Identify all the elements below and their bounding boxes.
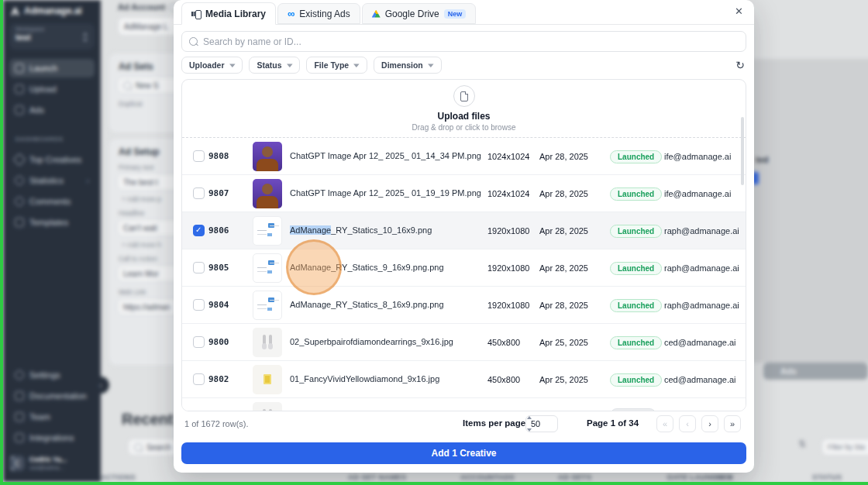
filter-by-status-dropdown[interactable]: Filter by Sta [822, 439, 868, 456]
user-menu[interactable]: C Cedric Ya... ced@adma... [9, 456, 95, 471]
first-page-button[interactable]: « [656, 415, 673, 432]
table-row[interactable]: 9804 AdManage_RY_Statics_8_16x9.png.png … [182, 287, 746, 324]
row-checkbox[interactable] [193, 262, 205, 273]
sidebar-collapse-button[interactable]: ‹ [92, 377, 109, 394]
media-library-icon [191, 9, 201, 19]
filter-dropdown[interactable]: Uploader ▼ [181, 57, 243, 74]
sidebar-item[interactable]: Statistics › [9, 171, 95, 190]
workspace-chevrons-icon [82, 33, 88, 42]
sidebar-item[interactable]: Team [9, 408, 95, 426]
sidebar-footer-nav: Settings Documentation Team I [9, 366, 95, 449]
row-id: 9805 [208, 263, 253, 273]
file-dimension: 1920x1080 [487, 226, 539, 236]
filter-dropdown[interactable]: Status ▼ [249, 57, 300, 74]
column-header: ACTIONS [101, 473, 136, 481]
row-checkbox[interactable] [193, 411, 205, 411]
row-checkbox[interactable] [193, 373, 205, 385]
items-per-page-select[interactable]: 50 [525, 415, 558, 432]
file-user: ife@admanage.ai [664, 152, 746, 161]
sidebar-item[interactable]: Templates [9, 213, 95, 232]
tab-media-library[interactable]: Media Library [181, 2, 276, 25]
filter-dropdown[interactable]: Dimension ▼ [374, 57, 442, 74]
file-date: Apr 28, 2025 [539, 301, 610, 310]
file-date: Apr 28, 2025 [539, 189, 610, 198]
sidebar-dashboards: Top Creatives Statistics › Comments [9, 150, 95, 234]
sidebar-item[interactable]: Top Creatives [9, 150, 95, 169]
file-dimension: 1024x1024 [487, 152, 539, 161]
file-date: Apr 28, 2025 [539, 226, 610, 236]
table-row[interactable]: 9807 ChatGPT Image Apr 12_ 2025_ 01_19_1… [182, 175, 746, 212]
media-library-modal: Media Library ∞ Existing Ads Google Driv… [174, 0, 754, 473]
sidebar-item[interactable]: Comments [9, 192, 95, 211]
tab-google-drive[interactable]: Google Drive New [362, 3, 477, 24]
scrollbar[interactable] [741, 117, 744, 185]
launch-ads-button[interactable]: Ads [763, 363, 868, 380]
doc-icon [15, 391, 24, 401]
column-header: ACCOUNT [460, 473, 499, 481]
row-checkbox[interactable] [193, 336, 205, 348]
row-id: 9807 [208, 188, 253, 198]
row-thumbnail [253, 253, 282, 283]
refresh-icon[interactable]: ↻ [735, 57, 745, 74]
search-icon [123, 81, 132, 90]
chevron-down-icon: ▼ [284, 62, 294, 69]
row-checkbox[interactable] [193, 150, 205, 162]
team-icon [15, 412, 24, 421]
row-checkbox[interactable] [193, 299, 205, 311]
sidebar-item[interactable]: Settings [9, 366, 95, 384]
close-icon[interactable]: ✕ [735, 5, 743, 17]
sidebar-item[interactable]: Launch [9, 59, 95, 77]
file-user: ced@admanage.ai [664, 375, 746, 384]
row-thumbnail [253, 402, 282, 412]
rows-info: 1 of 1672 row(s). [184, 419, 249, 428]
media-search[interactable] [181, 31, 746, 52]
app-logo: Admanage.ai [11, 5, 82, 16]
table-row[interactable]: 9806 AdManage_RY_Statics_10_16x9.png 192… [182, 212, 746, 249]
column-header: ADS [498, 473, 515, 481]
filter-dropdown[interactable]: File Type ▼ [306, 57, 367, 74]
search-input[interactable] [202, 36, 739, 48]
media-rows: 9808 ChatGPT Image Apr 12_ 2025_ 01_14_3… [182, 138, 746, 411]
file-user: raph@admanage.ai [664, 263, 746, 273]
last-page-button[interactable]: » [724, 415, 741, 432]
ad-account-label: Ad Account [118, 2, 165, 12]
row-id: 9808 [208, 151, 253, 161]
sidebar-section-label: DASHBOARDS [16, 136, 64, 143]
table-row[interactable]: 9805 AdManage_RY_Statics_9_16x9.png.png … [182, 249, 746, 287]
tab-existing-ads[interactable]: ∞ Existing Ads [277, 3, 360, 24]
screen-border-left [0, 0, 3, 485]
next-page-button[interactable]: › [701, 415, 718, 432]
add-creative-button[interactable]: Add 1 Creative [181, 442, 746, 464]
file-user: raph@admanage.ai [664, 226, 746, 236]
table-row[interactable]: 9800 02_Superbpairofdiamondearrings_9x16… [182, 324, 746, 361]
status-badge: Launched [610, 299, 662, 312]
table-row[interactable]: 9802 01_FancyVividYellowdiamond_9x16.jpg… [182, 361, 746, 398]
sort-icon[interactable]: ⇅ [798, 439, 806, 449]
file-date: Apr 25, 2025 [539, 375, 610, 384]
row-checkbox[interactable] [193, 225, 205, 236]
row-thumbnail [253, 179, 282, 208]
sidebar-item[interactable]: Upload [9, 80, 95, 98]
table-row[interactable]: 9808 ChatGPT Image Apr 12_ 2025_ 01_14_3… [182, 138, 746, 175]
row-id: 9806 [208, 225, 253, 236]
row-checkbox[interactable] [193, 187, 205, 199]
row-thumbnail [253, 328, 282, 357]
background-panel [744, 59, 868, 363]
file-dimension: 1920x1080 [487, 263, 539, 273]
table-row[interactable] [182, 398, 746, 411]
column-header: STATUS [812, 473, 842, 481]
row-thumbnail [253, 142, 282, 171]
row-thumbnail [253, 291, 282, 320]
status-badge: Launched [610, 150, 662, 163]
stats-icon [15, 176, 24, 185]
sidebar-item[interactable]: Integrations [9, 428, 95, 447]
row-thumbnail [253, 216, 282, 246]
file-user: ife@admanage.ai [664, 189, 746, 198]
sidebar-item[interactable]: Documentation [9, 387, 95, 405]
new-badge: New [444, 9, 467, 19]
upload-dropzone[interactable]: Upload files Drag & drop or click to bro… [182, 80, 746, 138]
workspace-selector[interactable]: Workspace test [9, 23, 95, 50]
ads-icon [15, 105, 24, 115]
sidebar-item[interactable]: Ads [9, 101, 95, 119]
prev-page-button[interactable]: ‹ [679, 415, 696, 432]
